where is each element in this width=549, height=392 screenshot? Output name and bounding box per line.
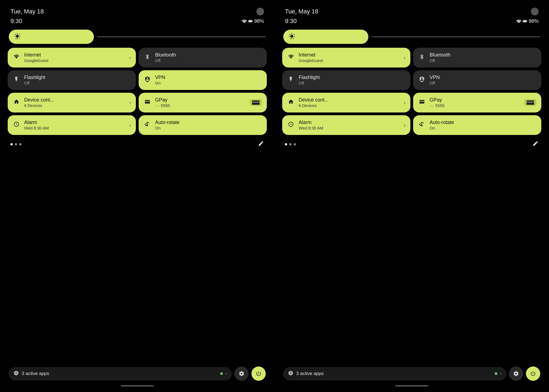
bottom-actions: 3 active apps › (9, 366, 266, 381)
active-apps-pill[interactable]: 3 active apps › (283, 367, 506, 380)
tile-subtitle: 6 Devices (299, 103, 329, 108)
active-apps-pill[interactable]: 3 active apps › (9, 367, 232, 380)
tile-device[interactable]: Device cont... 6 Devices › (282, 93, 410, 112)
tile-text: Flashlight Off (24, 75, 45, 86)
info-icon (288, 370, 293, 377)
tile-alarm[interactable]: Alarm Wed 8:30 AM › (282, 115, 410, 135)
device-icon (287, 99, 295, 106)
edit-button[interactable] (258, 140, 264, 148)
tile-internet[interactable]: Internet GoogleGuest › (8, 48, 136, 67)
tile-subtitle: Off (430, 81, 440, 86)
tile-gpay[interactable]: GPay ···· 5555 (413, 93, 541, 112)
tile-subtitle: Off (24, 81, 45, 86)
power-button[interactable] (251, 366, 266, 381)
status-date: Tue, May 18 (285, 8, 318, 15)
tile-chevron: › (404, 100, 405, 106)
tile-alarm[interactable]: Alarm Wed 8:30 AM › (8, 115, 136, 135)
tile-internet[interactable]: Internet GoogleGuest › (282, 48, 410, 67)
tile-vpn[interactable]: VPN On (139, 70, 267, 90)
brightness-pill[interactable] (283, 30, 368, 44)
tile-title: Flashlight (299, 75, 320, 81)
bottom-actions: 3 active apps › (283, 366, 540, 381)
brightness-slider[interactable] (372, 36, 540, 37)
rotate-icon (144, 121, 151, 129)
tile-device[interactable]: Device cont... 6 Devices › (8, 93, 136, 112)
pagination-dot-1[interactable] (15, 143, 17, 145)
device-icon (13, 99, 20, 106)
tile-text: VPN Off (430, 75, 440, 86)
tile-bluetooth[interactable]: Bluetooth Off (413, 48, 541, 67)
active-apps-text: 3 active apps (22, 371, 217, 376)
battery-percentage: 98% (254, 18, 264, 24)
power-button[interactable] (526, 366, 540, 381)
tile-title: Flashlight (24, 75, 45, 81)
tile-subtitle: Wed 8:30 AM (24, 126, 49, 131)
vpn-icon (418, 76, 426, 84)
pagination-dot-2[interactable] (19, 143, 21, 145)
tile-gpay[interactable]: GPay ···· 5555 (139, 93, 267, 112)
tile-autorotate[interactable]: Auto-rotate On (413, 115, 541, 135)
tile-subtitle: GoogleGuest (299, 58, 323, 63)
tile-subtitle: Off (155, 58, 176, 63)
home-indicator (121, 385, 154, 387)
tile-vpn[interactable]: VPN Off (413, 70, 541, 90)
status-icons: 98% (516, 18, 539, 24)
svg-rect-4 (145, 101, 150, 102)
brightness-pill[interactable] (9, 30, 94, 44)
apps-chevron-icon: › (226, 371, 227, 376)
pagination-dot-0[interactable] (10, 143, 13, 145)
flashlight-icon (13, 76, 20, 84)
pagination-dot-1[interactable] (289, 143, 292, 145)
tile-text: Alarm Wed 8:30 AM (24, 120, 49, 131)
pagination-dot-2[interactable] (294, 143, 296, 145)
tile-title: Internet (299, 52, 323, 58)
tile-autorotate[interactable]: Auto-rotate On (139, 115, 267, 135)
tile-title: Device cont... (299, 97, 329, 103)
vpn-icon (144, 76, 151, 84)
status-time: 9:30 (10, 18, 22, 25)
wifi-icon (13, 54, 20, 61)
tile-text: Bluetooth Off (430, 52, 450, 63)
bottom-bar: 3 active apps › (282, 366, 541, 387)
tile-text: Auto-rotate On (155, 120, 180, 131)
tile-subtitle: Off (299, 81, 320, 86)
settings-button[interactable] (234, 366, 249, 381)
tile-title: Alarm (24, 120, 49, 126)
tile-flashlight[interactable]: Flashlight Off (8, 70, 136, 90)
tile-text: Internet GoogleGuest (299, 52, 323, 63)
tile-text: VPN On (155, 75, 165, 86)
tile-subtitle: On (155, 81, 165, 86)
brightness-slider[interactable] (97, 36, 266, 37)
tile-text: Bluetooth Off (155, 52, 176, 63)
rotate-icon (418, 121, 426, 129)
tile-text: Internet GoogleGuest (24, 52, 48, 63)
svg-rect-8 (523, 20, 526, 22)
tile-flashlight[interactable]: Flashlight Off (282, 70, 410, 90)
battery-percentage: 98% (529, 18, 539, 24)
status-bar: Tue, May 18 (282, 5, 541, 15)
bottom-bar: 3 active apps › (8, 366, 267, 387)
tile-title: Alarm (299, 120, 323, 126)
tile-title: Bluetooth (430, 52, 450, 58)
pagination-dots-row (8, 139, 267, 150)
pagination-dot-0[interactable] (285, 143, 287, 145)
pagination-dots (285, 143, 296, 145)
tile-bluetooth[interactable]: Bluetooth Off (139, 48, 267, 67)
tile-title: GPay (155, 97, 170, 103)
settings-button[interactable] (509, 366, 523, 381)
gpay-card (250, 99, 262, 106)
tiles-grid: Internet GoogleGuest › Bluetooth Off Fla… (8, 48, 267, 135)
gpay-icon (418, 99, 426, 106)
tile-title: Auto-rotate (155, 120, 180, 126)
svg-rect-2 (252, 21, 253, 22)
apps-green-dot (220, 372, 223, 375)
gpay-card (524, 99, 536, 106)
edit-button[interactable] (533, 140, 539, 148)
tile-text: Alarm Wed 8:30 AM (299, 120, 323, 131)
tile-text: GPay ···· 5555 (155, 97, 170, 108)
wifi-status-icon (516, 19, 522, 23)
bluetooth-icon (144, 54, 151, 61)
tile-title: Internet (24, 52, 48, 58)
battery-status-icon (248, 19, 253, 24)
status-date: Tue, May 18 (10, 8, 44, 15)
